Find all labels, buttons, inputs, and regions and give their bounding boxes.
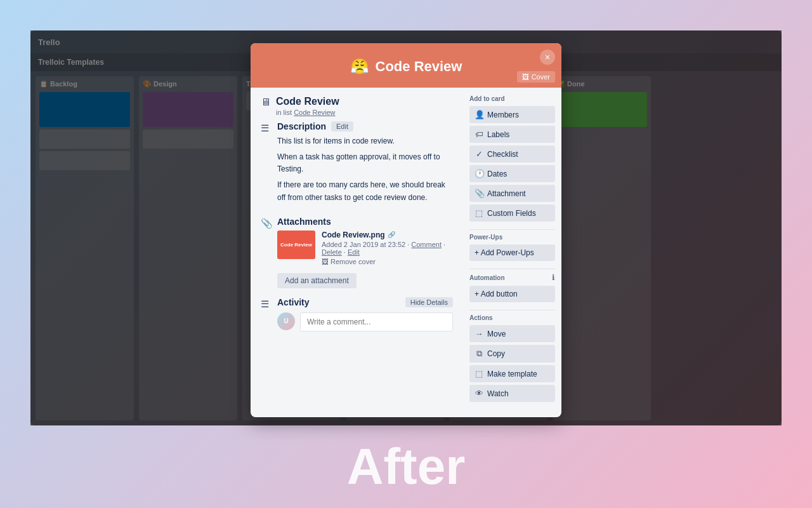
power-ups-section: Power-Ups + Add Power-Ups	[469, 234, 555, 261]
attachment-thumb-label: Code Review	[278, 240, 314, 250]
attachment-edit-link[interactable]: Edit	[348, 248, 360, 256]
attachments-header: Attachments	[277, 217, 453, 227]
eye-icon: 👁	[475, 389, 483, 398]
move-icon: →	[475, 329, 483, 338]
attachment-name: Code Review.png 🔗	[322, 231, 453, 239]
copy-icon: ⧉	[475, 349, 483, 359]
close-button[interactable]: ×	[540, 50, 555, 65]
list-link[interactable]: Code Review	[294, 109, 335, 116]
modal-body: 🖥 Code Review in list Code Review ☰	[251, 88, 561, 417]
cover-button[interactable]: 🖼 Cover	[517, 71, 555, 83]
after-text-area: After	[0, 425, 812, 508]
add-power-ups-button[interactable]: + Add Power-Ups	[469, 244, 555, 261]
attachment-info: Code Review.png 🔗 Added 2 Jan 2019 at 23…	[322, 231, 453, 265]
attachments-section: 📎 Attachments Code Review Code Review.p	[261, 217, 453, 288]
divider-2	[469, 269, 555, 269]
make-template-button[interactable]: ⬚ Make template	[469, 365, 555, 382]
attachment-button[interactable]: 📎 Attachment	[469, 185, 555, 202]
desc-line-1: This list is for items in code review.	[277, 135, 453, 147]
dates-button[interactable]: 🕐 Dates	[469, 165, 555, 182]
automation-info-icon: ℹ	[552, 273, 555, 282]
image-small-icon: 🖼	[322, 258, 329, 265]
member-icon: 👤	[475, 110, 483, 119]
description-content: Description Edit This list is for items …	[277, 121, 453, 208]
cover-label: Cover	[532, 73, 550, 81]
fields-icon: ⬚	[475, 208, 483, 218]
power-ups-title: Power-Ups	[469, 234, 555, 241]
card-title-section: 🖥 Code Review in list Code Review	[261, 95, 453, 116]
list-icon: ☰	[261, 123, 272, 134]
after-label: After	[347, 438, 466, 496]
labels-button[interactable]: 🏷 Labels	[469, 126, 555, 143]
modal-sidebar: Add to card 👤 Members 🏷 Labels ✓ Checkli…	[463, 88, 561, 417]
remove-cover-button[interactable]: 🖼 Remove cover	[322, 258, 453, 265]
divider-3	[469, 310, 555, 311]
modal-emoji: 😤	[350, 58, 369, 76]
modal-title: Code Review	[376, 58, 462, 75]
modal-title-area: 😤 Code Review	[266, 58, 546, 76]
actions-section: Actions → Move ⧉ Copy ⬚ Make template �	[469, 314, 555, 402]
attachment-delete-link[interactable]: Delete	[322, 248, 342, 256]
comment-input[interactable]	[300, 312, 453, 331]
add-to-card-section: Add to card 👤 Members 🏷 Labels ✓ Checkli…	[469, 95, 555, 222]
attachments-title: Attachments	[277, 217, 331, 227]
link-icon: 🔗	[388, 231, 395, 238]
template-icon: ⬚	[475, 369, 483, 378]
card-modal: 😤 Code Review × 🖼 Cover 🖥 Code Review	[251, 43, 561, 417]
checklist-icon: ✓	[475, 149, 483, 159]
desc-line-3: If there are too many cards here, we sho…	[277, 179, 453, 203]
description-section: ☰ Description Edit This list is for item…	[261, 121, 453, 208]
monitor-icon: 🖥	[261, 97, 271, 108]
description-body: This list is for items in code review. W…	[277, 135, 453, 204]
automation-section: Automation ℹ + Add button	[469, 273, 555, 302]
description-edit-button[interactable]: Edit	[331, 121, 353, 131]
comment-area: U	[277, 312, 453, 331]
clock-icon: 🕐	[475, 169, 483, 178]
members-button[interactable]: 👤 Members	[469, 106, 555, 123]
attachment-thumbnail: Code Review	[277, 231, 315, 259]
activity-header: Activity Hide Details	[277, 297, 453, 307]
add-attachment-button[interactable]: Add an attachment	[277, 273, 357, 288]
activity-content: Activity Hide Details U	[277, 297, 453, 331]
actions-title: Actions	[469, 314, 555, 321]
card-list-link: in list Code Review	[276, 109, 339, 116]
automation-title: Automation	[469, 274, 505, 281]
copy-button[interactable]: ⧉ Copy	[469, 345, 555, 363]
label-icon: 🏷	[475, 130, 483, 139]
add-to-card-title: Add to card	[469, 95, 555, 102]
paperclip-icon: 📎	[261, 218, 272, 229]
image-icon: 🖼	[522, 73, 529, 81]
card-title: Code Review	[276, 95, 339, 109]
attachment-item: Code Review Code Review.png 🔗 Added 2 Ja…	[277, 231, 453, 265]
description-title: Description	[277, 121, 326, 131]
divider-1	[469, 229, 555, 230]
add-button-button[interactable]: + Add button	[469, 286, 555, 302]
modal-overlay: 😤 Code Review × 🖼 Cover 🖥 Code Review	[30, 30, 782, 425]
custom-fields-button[interactable]: ⬚ Custom Fields	[469, 204, 555, 222]
attachment-meta: Added 2 Jan 2019 at 23:52 · Comment · De…	[322, 241, 453, 256]
modal-header: 😤 Code Review × 🖼 Cover	[251, 43, 561, 88]
hide-details-button[interactable]: Hide Details	[405, 297, 453, 307]
attachments-content: Attachments Code Review Code Review.png …	[277, 217, 453, 288]
activity-title: Activity	[277, 297, 310, 307]
attachment-icon: 📎	[475, 189, 483, 198]
user-avatar: U	[277, 312, 295, 330]
checklist-button[interactable]: ✓ Checklist	[469, 145, 555, 163]
activity-section: ☰ Activity Hide Details U	[261, 297, 453, 331]
desc-line-2: When a task has gotten approval, it move…	[277, 151, 453, 175]
move-button[interactable]: → Move	[469, 325, 555, 342]
description-header: Description Edit	[277, 121, 453, 131]
watch-button[interactable]: 👁 Watch	[469, 385, 555, 402]
card-title-info: Code Review in list Code Review	[276, 95, 339, 116]
modal-main: 🖥 Code Review in list Code Review ☰	[251, 88, 463, 417]
attachment-comment-link[interactable]: Comment	[411, 241, 442, 248]
activity-icon: ☰	[261, 298, 272, 310]
